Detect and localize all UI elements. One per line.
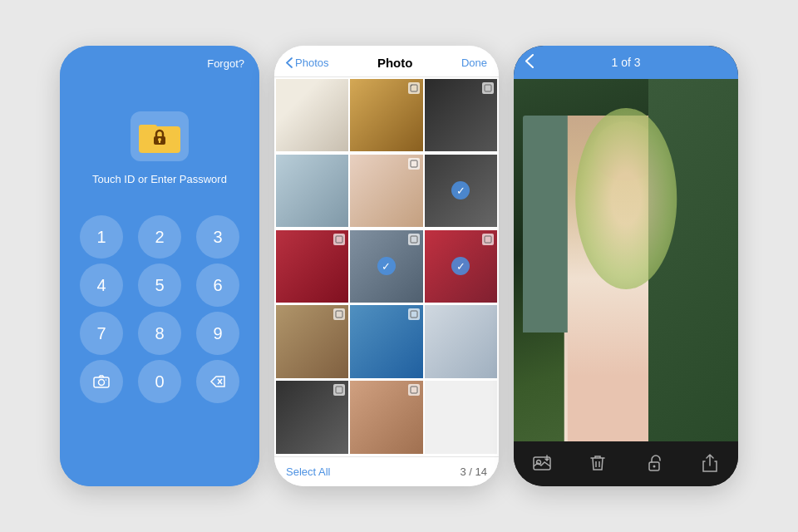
num-btn-6[interactable]: 6: [196, 264, 239, 307]
photo-expand-icon-13: [333, 384, 345, 396]
picker-header: Photos Photo Done: [274, 46, 499, 77]
num-btn-2[interactable]: 2: [138, 215, 181, 259]
photo-cell-10[interactable]: [276, 305, 348, 377]
viewer-title: 1 of 3: [611, 56, 640, 69]
svg-rect-18: [411, 311, 417, 318]
picker-back-label: Photos: [295, 57, 328, 69]
picker-done-button[interactable]: Done: [461, 57, 487, 69]
phone-photo-viewer: 1 of 3: [514, 46, 738, 486]
photo-cell-11[interactable]: [350, 305, 422, 377]
garden-background: [648, 79, 738, 441]
num-btn-0[interactable]: 0: [138, 360, 181, 403]
expand-icon: [410, 235, 418, 244]
select-all-button[interactable]: Select All: [286, 466, 330, 478]
lock-screen-container: Forgot? Touch ID or Enter Password: [60, 46, 259, 486]
photo-expand-icon-7: [333, 234, 345, 245]
photo-import-button[interactable]: [529, 450, 555, 476]
expand-icon: [335, 235, 343, 244]
back-chevron-icon: [286, 57, 293, 68]
num-btn-9[interactable]: 9: [196, 312, 239, 355]
folder-lock-svg: [139, 118, 180, 155]
photo-cell-13[interactable]: [276, 381, 348, 453]
svg-rect-20: [411, 387, 417, 393]
photo-cell-empty: [425, 381, 497, 453]
photo-grid: ✓ ✓ ✓: [274, 77, 499, 456]
expand-icon: [484, 235, 492, 244]
photo-expand-icon-14: [408, 384, 420, 396]
photo-expand-icon-11: [408, 308, 420, 320]
expand-icon: [484, 84, 492, 92]
picker-title: Photo: [377, 56, 413, 70]
expand-icon: [335, 310, 343, 318]
num-btn-7[interactable]: 7: [80, 312, 123, 355]
photo-import-icon: [533, 455, 551, 471]
photo-expand-icon-2: [408, 82, 420, 94]
lock-open-icon: [647, 454, 662, 472]
photo-cell-2[interactable]: [350, 79, 422, 151]
expand-icon: [410, 386, 418, 394]
expand-icon: [410, 310, 418, 318]
picker-back-button[interactable]: Photos: [286, 57, 328, 69]
photo-expand-icon-10: [333, 308, 345, 320]
lock-icon-area: Touch ID or Enter Password: [92, 111, 227, 185]
svg-rect-16: [485, 236, 491, 243]
num-btn-camera[interactable]: [80, 360, 123, 403]
viewer-image-area[interactable]: [514, 79, 738, 441]
lock-folder-icon: [131, 111, 189, 161]
phone-lock-screen: Forgot? Touch ID or Enter Password: [60, 46, 259, 486]
trash-icon: [590, 454, 605, 472]
photo-check-8: ✓: [377, 257, 396, 275]
photo-cell-5[interactable]: [350, 155, 422, 227]
share-photo-button[interactable]: [697, 450, 723, 476]
phone-photo-picker: Photos Photo Done: [274, 46, 499, 486]
share-icon: [702, 454, 717, 472]
expand-icon: [335, 386, 343, 394]
viewer-photo-simulation: [514, 79, 738, 441]
photo-check-9: ✓: [451, 257, 470, 275]
photo-check-6: ✓: [451, 181, 470, 200]
num-btn-5[interactable]: 5: [138, 264, 181, 307]
photo-cell-4[interactable]: [276, 155, 348, 227]
viewer-back-button[interactable]: [525, 54, 534, 71]
svg-rect-17: [336, 311, 342, 318]
expand-icon: [410, 84, 418, 92]
photo-count-label: 3 / 14: [460, 466, 487, 478]
photo-cell-9[interactable]: ✓: [425, 230, 497, 303]
photo-picker-container: Photos Photo Done: [274, 46, 499, 486]
num-btn-1[interactable]: 1: [80, 215, 123, 259]
photo-cell-1[interactable]: [276, 79, 348, 151]
viewer-header: 1 of 3: [514, 46, 738, 79]
photo-cell-6[interactable]: ✓: [425, 155, 497, 227]
photo-cell-12[interactable]: [425, 305, 497, 377]
num-btn-8[interactable]: 8: [138, 312, 181, 355]
svg-point-26: [653, 466, 655, 468]
delete-icon: [209, 375, 226, 388]
forgot-button[interactable]: Forgot?: [207, 46, 259, 70]
num-btn-delete[interactable]: [196, 360, 239, 403]
photo-viewer-container: 1 of 3: [514, 46, 738, 486]
lock-label: Touch ID or Enter Password: [92, 173, 227, 185]
svg-rect-15: [411, 236, 417, 243]
camera-icon: [93, 375, 110, 388]
svg-rect-14: [336, 236, 342, 243]
photo-cell-8[interactable]: ✓: [350, 230, 422, 303]
svg-point-7: [99, 380, 105, 386]
viewer-back-chevron-icon: [525, 54, 534, 68]
viewer-toolbar: [514, 441, 738, 486]
unlock-photo-button[interactable]: [641, 450, 667, 476]
numpad: 1 2 3 4 5 6 7 8 9 0: [78, 215, 241, 403]
delete-photo-button[interactable]: [584, 450, 611, 476]
photo-cell-7[interactable]: [276, 230, 348, 303]
num-btn-3[interactable]: 3: [196, 215, 239, 259]
photo-expand-icon-5: [408, 158, 420, 170]
svg-rect-19: [336, 387, 342, 393]
svg-rect-13: [411, 160, 417, 167]
photo-cell-14[interactable]: [350, 381, 422, 453]
num-btn-4[interactable]: 4: [80, 264, 123, 307]
svg-point-8: [106, 379, 107, 381]
expand-icon: [410, 160, 418, 168]
photo-cell-3[interactable]: [425, 79, 497, 151]
picker-footer: Select All 3 / 14: [274, 456, 499, 486]
photo-expand-icon-9: [482, 234, 494, 245]
photo-expand-icon-8: [408, 234, 420, 245]
